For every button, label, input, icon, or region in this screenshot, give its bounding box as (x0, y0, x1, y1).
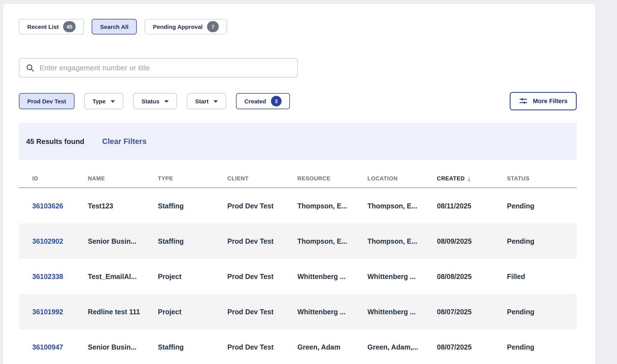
cell-status: Filled (507, 272, 577, 281)
cell-status: Pending (507, 237, 577, 245)
engagement-id-link[interactable]: 36101992 (32, 308, 88, 316)
cell-created: 08/07/2025 (437, 343, 507, 351)
cell-type: Staffing (158, 202, 227, 210)
cell-resource: Green, Adam (297, 343, 367, 351)
cell-name: Test123 (88, 202, 158, 210)
tab-label: Pending Approval (153, 24, 203, 30)
column-header-client[interactable]: CLIENT (227, 175, 297, 182)
engagement-id-link[interactable]: 36100947 (32, 343, 88, 351)
tab-label: Search All (100, 24, 128, 30)
cell-type: Staffing (158, 237, 227, 245)
column-header-name[interactable]: NAME (88, 175, 158, 182)
cell-location: Whittenberg ... (367, 308, 437, 316)
column-header-id[interactable]: ID (32, 175, 88, 182)
cell-name: Redline test 111 (88, 308, 158, 316)
cell-type: Project (158, 272, 227, 281)
search-input[interactable] (39, 64, 291, 72)
filter-chip-label: Prod Dev Test (27, 98, 66, 104)
table-body: 36103626Test123StaffingProd Dev TestThom… (19, 188, 577, 364)
cell-status: Pending (507, 343, 577, 351)
cell-resource: Whittenberg ... (297, 272, 367, 281)
filter-chip-status[interactable]: Status (133, 93, 177, 109)
cell-status: Pending (507, 308, 577, 316)
column-label: CLIENT (227, 175, 248, 182)
cell-name: Test_EmailAl... (88, 272, 158, 281)
cell-created: 08/07/2025 (437, 308, 507, 316)
cell-resource: Whittenberg ... (297, 308, 367, 316)
cell-resource: Thompson, E... (297, 237, 367, 245)
tab-search-all[interactable]: Search All (92, 19, 137, 34)
search-icon (26, 63, 34, 72)
filter-chip-label: Status (141, 98, 159, 104)
filter-chip-type[interactable]: Type (84, 93, 123, 109)
cell-type: Staffing (158, 343, 227, 351)
cell-client: Prod Dev Test (227, 202, 297, 210)
main-card: Recent List45Search AllPending Approval7… (3, 4, 595, 364)
filter-chips: Prod Dev TestTypeStatusStartCreated2 (19, 93, 290, 109)
cell-resource: Thompson, E... (297, 202, 367, 210)
column-label: ID (32, 175, 38, 182)
more-filters-button[interactable]: More Filters (510, 92, 577, 110)
tab-pending-approval[interactable]: Pending Approval7 (145, 19, 227, 34)
clear-filters-link[interactable]: Clear Filters (102, 137, 146, 146)
cell-created: 08/08/2025 (437, 272, 507, 281)
table-row: 36102338Test_EmailAl...ProjectProd Dev T… (19, 259, 577, 294)
cell-location: Whittenberg ... (367, 272, 437, 281)
sliders-icon (519, 97, 528, 106)
cell-created: 08/09/2025 (437, 237, 507, 245)
chevron-down-icon (213, 100, 218, 103)
column-header-type[interactable]: TYPE (158, 175, 227, 182)
results-table: IDNAMETYPECLIENTRESOURCELOCATIONCREATED↓… (19, 170, 577, 364)
filter-chip-created[interactable]: Created2 (236, 93, 290, 109)
column-label: TYPE (158, 175, 173, 182)
column-header-status[interactable]: STATUS (507, 175, 577, 182)
table-row: 36101992Redline test 111ProjectProd Dev … (19, 294, 577, 329)
tab-count-badge: 7 (207, 21, 219, 32)
more-filters-label: More Filters (533, 98, 568, 104)
cell-location: Thompson, E... (367, 202, 437, 210)
filter-chip-prod-dev-test[interactable]: Prod Dev Test (19, 93, 74, 109)
filter-row: Prod Dev TestTypeStatusStartCreated2 Mor… (19, 92, 577, 110)
card-content: Recent List45Search AllPending Approval7… (3, 4, 595, 364)
cell-client: Prod Dev Test (227, 272, 297, 281)
table-row: 36102902Senior Busin...StaffingProd Dev … (19, 223, 577, 259)
filter-chip-start[interactable]: Start (187, 93, 226, 109)
column-label: NAME (88, 175, 105, 182)
column-label: LOCATION (367, 175, 398, 182)
cell-client: Prod Dev Test (227, 237, 297, 245)
column-header-resource[interactable]: RESOURCE (297, 175, 367, 182)
cell-name: Senior Busin... (88, 343, 158, 351)
engagement-id-link[interactable]: 36103626 (32, 202, 88, 210)
tab-bar: Recent List45Search AllPending Approval7 (19, 19, 577, 34)
filter-chip-label: Start (195, 98, 208, 104)
tab-count-badge: 45 (63, 21, 76, 32)
results-count: 45 Results found (26, 137, 84, 146)
search-bar[interactable] (19, 58, 298, 78)
table-row: 36103626Test123StaffingProd Dev TestThom… (19, 188, 577, 223)
cell-name: Senior Busin... (88, 237, 158, 245)
tab-recent-list[interactable]: Recent List45 (19, 19, 84, 34)
table-row: 36100947Senior Busin...StaffingProd Dev … (19, 329, 577, 364)
cell-location: Thompson, E... (367, 237, 437, 245)
cell-type: Project (158, 308, 227, 316)
filter-chip-label: Type (93, 98, 106, 104)
cell-status: Pending (507, 202, 577, 210)
cell-location: Green, Adam,... (367, 343, 437, 351)
engagement-id-link[interactable]: 36102902 (32, 237, 88, 245)
column-header-created[interactable]: CREATED↓ (437, 175, 507, 183)
cell-client: Prod Dev Test (227, 308, 297, 316)
filter-chip-label: Created (244, 98, 266, 104)
table-header-row: IDNAMETYPECLIENTRESOURCELOCATIONCREATED↓… (19, 170, 577, 188)
tab-label: Recent List (27, 24, 59, 30)
column-label: RESOURCE (297, 175, 330, 182)
cell-client: Prod Dev Test (227, 343, 297, 351)
column-label: CREATED (437, 175, 465, 182)
sort-desc-icon: ↓ (467, 175, 471, 183)
results-bar: 45 Results found Clear Filters (19, 123, 577, 160)
chevron-down-icon (164, 100, 169, 103)
engagement-id-link[interactable]: 36102338 (32, 272, 88, 281)
cell-created: 08/11/2025 (437, 202, 507, 210)
column-label: STATUS (507, 175, 529, 182)
filter-count-badge: 2 (271, 96, 282, 106)
column-header-location[interactable]: LOCATION (367, 175, 437, 182)
